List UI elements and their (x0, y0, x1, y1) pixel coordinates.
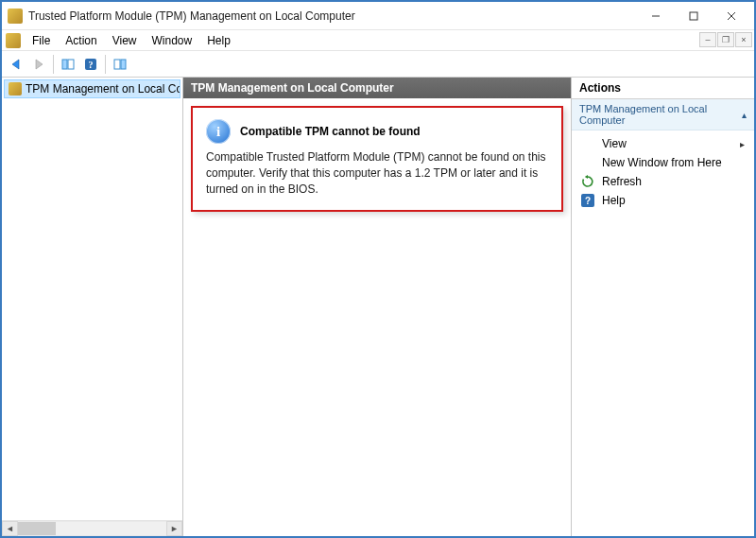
menubar: File Action View Window Help – ❐ × (2, 30, 754, 51)
svg-line-3 (728, 12, 735, 20)
menu-file[interactable]: File (25, 32, 58, 49)
titlebar: Trusted Platform Module (TPM) Management… (2, 2, 754, 30)
close-button[interactable] (713, 3, 750, 29)
show-hide-tree-button[interactable] (58, 54, 78, 75)
mdi-restore[interactable]: ❐ (717, 32, 734, 47)
toolbar: ? (2, 51, 754, 78)
menu-window[interactable]: Window (145, 32, 200, 49)
svg-text:?: ? (89, 60, 94, 70)
collapse-icon: ▴ (742, 110, 747, 120)
actions-group-title[interactable]: TPM Management on Local Computer ▴ (572, 99, 754, 130)
svg-rect-1 (690, 12, 697, 20)
menu-view[interactable]: View (105, 32, 145, 49)
tpm-node-icon (9, 82, 22, 95)
svg-marker-12 (585, 175, 588, 179)
toolbar-divider-2 (105, 55, 106, 74)
action-help-label: Help (602, 194, 626, 207)
svg-line-2 (728, 12, 735, 20)
tpm-not-found-alert: i Compatible TPM cannot be found Compati… (191, 106, 563, 212)
content-header: TPM Management on Local Computer (183, 78, 571, 98)
window-title: Trusted Platform Module (TPM) Management… (28, 9, 637, 23)
svg-rect-7 (68, 60, 74, 69)
maximize-button[interactable] (675, 3, 713, 29)
action-help[interactable]: ? Help (572, 191, 754, 210)
forward-button[interactable] (28, 54, 49, 75)
alert-container: i Compatible TPM cannot be found Compati… (191, 106, 563, 212)
refresh-icon (581, 175, 594, 188)
tree-pane: TPM Management on Local Comp ◄ ► (2, 78, 183, 536)
action-new-window-label: New Window from Here (602, 156, 722, 169)
mdi-minimize[interactable]: – (699, 32, 716, 47)
blank-icon (581, 137, 594, 150)
submenu-arrow-icon: ▸ (740, 139, 745, 149)
scroll-right-arrow[interactable]: ► (166, 521, 182, 536)
action-list: View ▸ New Window from Here Refresh ? He… (572, 130, 754, 214)
back-button[interactable] (6, 54, 26, 75)
help-button[interactable]: ? (80, 54, 101, 75)
scroll-thumb[interactable] (18, 522, 56, 535)
alert-title: Compatible TPM cannot be found (240, 125, 421, 138)
blank-icon (581, 156, 594, 169)
scroll-track[interactable] (18, 521, 166, 536)
action-refresh-label: Refresh (602, 175, 642, 188)
workspace: TPM Management on Local Comp ◄ ► TPM Man… (2, 78, 754, 536)
alert-body: Compatible Trusted Platform Module (TPM)… (206, 149, 548, 197)
svg-marker-5 (36, 60, 43, 69)
toolbar-divider (53, 55, 54, 74)
svg-rect-10 (114, 60, 120, 69)
tree-node-tpm[interactable]: TPM Management on Local Comp (4, 79, 180, 98)
mmc-icon (6, 33, 21, 48)
svg-rect-11 (121, 60, 126, 69)
content-pane: TPM Management on Local Computer i Compa… (183, 78, 572, 536)
actions-pane: Actions TPM Management on Local Computer… (572, 78, 754, 536)
help-icon: ? (581, 194, 594, 207)
window-controls (637, 3, 750, 29)
svg-rect-6 (62, 60, 67, 69)
svg-marker-4 (12, 60, 19, 69)
action-new-window[interactable]: New Window from Here (572, 153, 754, 172)
info-icon: i (206, 119, 231, 144)
actions-header: Actions (572, 78, 754, 99)
action-view-label: View (602, 137, 627, 150)
alert-header-row: i Compatible TPM cannot be found (206, 119, 548, 144)
mdi-close[interactable]: × (735, 32, 752, 47)
menu-help[interactable]: Help (199, 32, 238, 49)
tree-node-label: TPM Management on Local Comp (26, 82, 180, 95)
app-icon (8, 9, 23, 24)
action-view[interactable]: View ▸ (572, 134, 754, 153)
scroll-left-arrow[interactable]: ◄ (2, 521, 18, 536)
mdi-controls: – ❐ × (699, 32, 752, 47)
action-refresh[interactable]: Refresh (572, 172, 754, 191)
minimize-button[interactable] (637, 3, 675, 29)
tree-area: TPM Management on Local Comp (2, 78, 182, 520)
action-pane-button[interactable] (110, 54, 130, 75)
menu-action[interactable]: Action (58, 32, 104, 49)
tree-horizontal-scrollbar[interactable]: ◄ ► (2, 520, 182, 536)
actions-group-label: TPM Management on Local Computer (579, 103, 742, 126)
